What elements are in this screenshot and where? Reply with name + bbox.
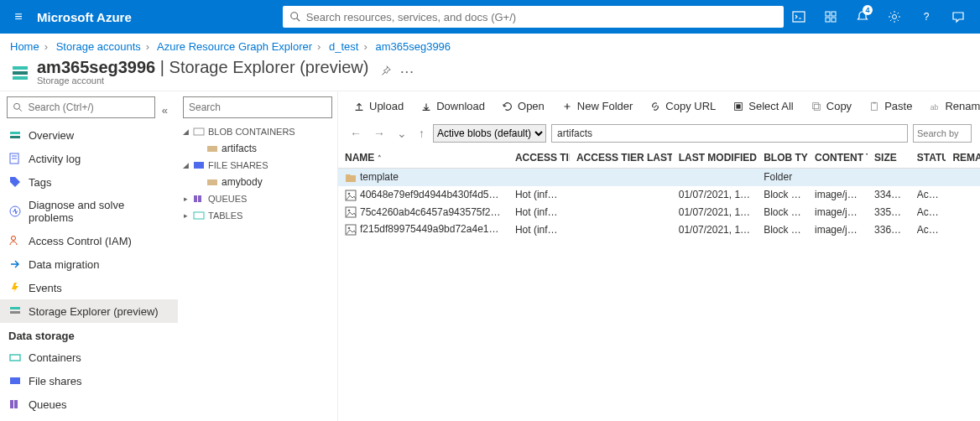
tree-queues[interactable]: ▸QUEUES <box>178 190 337 207</box>
global-search[interactable] <box>283 6 784 28</box>
overview-icon <box>8 128 22 142</box>
breadcrumb-item[interactable]: Storage accounts <box>56 40 141 53</box>
cell-blob-type: Folder <box>757 169 808 186</box>
blob-view-select[interactable]: Active blobs (default) <box>433 124 546 143</box>
rename-button[interactable]: abRename <box>922 96 980 116</box>
path-input[interactable]: artifacts <box>551 124 908 143</box>
col-access-tier[interactable]: ACCESS TIER <box>508 148 570 169</box>
col-name[interactable]: NAME˄ <box>338 148 508 169</box>
directories-icon[interactable] <box>816 0 846 34</box>
col-remaining[interactable]: REMAI <box>946 148 980 169</box>
breadcrumb-item[interactable]: Home <box>10 40 39 53</box>
nav-forward-icon[interactable]: → <box>370 125 388 142</box>
upload-button[interactable]: Upload <box>347 96 410 116</box>
notification-badge: 4 <box>863 5 873 15</box>
copy-url-button[interactable]: Copy URL <box>643 96 722 116</box>
download-button[interactable]: Download <box>414 96 492 116</box>
col-access-tier-mod[interactable]: ACCESS TIER LAST MODIFIED <box>570 148 672 169</box>
svg-rect-11 <box>13 76 28 80</box>
tree-file-shares[interactable]: ◢FILE SHARES <box>178 157 337 174</box>
svg-point-0 <box>291 13 298 19</box>
notifications-icon[interactable]: 4 <box>847 0 878 34</box>
nav-back-icon[interactable]: ← <box>347 125 365 142</box>
nav-storage-explorer[interactable]: Storage Explorer (preview) <box>0 299 178 323</box>
queues-icon <box>8 398 22 411</box>
col-last-modified[interactable]: LAST MODIFIED <box>672 148 757 169</box>
cell-name: f215df89975449a9bd72a4e112372036.jpg <box>338 221 508 238</box>
resource-menu-search-input[interactable] <box>28 101 149 113</box>
tree-tables[interactable]: ▸TABLES <box>178 207 337 224</box>
cell-status <box>910 169 946 186</box>
data-migration-icon <box>8 257 22 271</box>
pin-icon[interactable] <box>380 65 392 79</box>
cell-access-tier-mod <box>570 186 672 204</box>
tree-item-artifacts[interactable]: artifacts <box>178 140 337 157</box>
nav-overview[interactable]: Overview <box>0 123 178 147</box>
tree-search-input[interactable] <box>189 101 326 113</box>
breadcrumb-item[interactable]: Azure Resource Graph Explorer <box>157 40 312 53</box>
table-row[interactable]: 75c4260ab4c6457a943575f222ca20b2.jpgHot … <box>338 204 980 221</box>
nav-down-icon[interactable]: ⌄ <box>394 125 410 142</box>
cell-content-type: image/jpeg <box>808 221 868 238</box>
feedback-icon[interactable] <box>943 0 973 34</box>
filter-input[interactable] <box>913 124 972 143</box>
caret-right-icon: ▸ <box>181 195 190 203</box>
new-folder-button[interactable]: New Folder <box>555 96 639 116</box>
cell-access-tier: Hot (inferred) <box>508 186 570 204</box>
nav-file-shares[interactable]: File shares <box>0 369 178 392</box>
svg-rect-5 <box>826 18 830 22</box>
cloud-shell-icon[interactable] <box>784 0 814 34</box>
svg-rect-32 <box>194 162 204 169</box>
svg-rect-42 <box>873 101 876 103</box>
breadcrumb-item[interactable]: am365seg3996 <box>375 40 451 53</box>
tables-icon <box>193 210 205 221</box>
tree-search[interactable] <box>183 96 332 118</box>
resource-menu-search[interactable] <box>7 96 155 118</box>
paste-button[interactable]: Paste <box>862 96 919 116</box>
table-row[interactable]: f215df89975449a9bd72a4e112372036.jpgHot … <box>338 221 980 238</box>
nav-access-control[interactable]: Access Control (IAM) <box>0 229 178 252</box>
nav-tables[interactable]: Tables <box>0 416 178 421</box>
nav-tags[interactable]: Tags <box>0 170 178 194</box>
cell-last-modified: 01/07/2021, 12:57:48 <box>672 186 757 204</box>
tree-blob-containers[interactable]: ◢BLOB CONTAINERS <box>178 123 337 140</box>
sort-asc-icon: ˄ <box>378 154 382 163</box>
nav-activity-log[interactable]: Activity log <box>0 147 178 170</box>
svg-rect-9 <box>13 66 28 70</box>
cell-blob-type: Block Blob <box>757 186 808 204</box>
help-icon[interactable]: ? <box>911 0 941 34</box>
page-title: am365seg3996 | Storage Explorer (preview… <box>37 58 368 77</box>
select-all-button[interactable]: Select All <box>726 96 800 116</box>
nav-diagnose[interactable]: Diagnose and solve problems <box>0 194 178 229</box>
tree-item-amybody[interactable]: amybody <box>178 174 337 190</box>
topbar: ≡ Microsoft Azure 4 ? <box>0 0 980 34</box>
nav-data-migration[interactable]: Data migration <box>0 252 178 276</box>
page-title-row: am365seg3996 | Storage Explorer (preview… <box>0 58 980 91</box>
cell-content-type <box>808 169 868 186</box>
settings-icon[interactable] <box>879 0 910 34</box>
global-search-input[interactable] <box>306 11 777 23</box>
breadcrumb-item[interactable]: d_test <box>329 40 358 53</box>
col-blob-type[interactable]: BLOB TYPE <box>757 148 808 169</box>
caret-right-icon: ▸ <box>181 211 190 220</box>
more-actions[interactable]: ··· <box>400 65 414 78</box>
nav-events[interactable]: Events <box>0 276 178 299</box>
nav-up-icon[interactable]: ↑ <box>415 125 428 142</box>
access-control-icon <box>8 234 22 247</box>
col-status[interactable]: STATUS <box>910 148 946 169</box>
nav-containers[interactable]: Containers <box>0 346 178 369</box>
brand[interactable]: Microsoft Azure <box>37 10 132 24</box>
copy-button[interactable]: Copy <box>804 96 858 116</box>
table-row[interactable]: 40648e79ef9d4944b430f4d5c06547ab.jpgHot … <box>338 186 980 204</box>
cell-name: 75c4260ab4c6457a943575f222ca20b2.jpg <box>338 204 508 221</box>
collapse-menu-icon[interactable]: « <box>162 104 168 117</box>
svg-rect-23 <box>10 355 20 361</box>
hamburger-menu[interactable]: ≡ <box>7 9 30 24</box>
col-size[interactable]: SIZE <box>868 148 910 169</box>
col-content-type[interactable]: CONTENT TYPE <box>808 148 868 169</box>
table-row[interactable]: templateFolder <box>338 169 980 186</box>
open-button[interactable]: Open <box>495 96 551 116</box>
nav-queues[interactable]: Queues <box>0 392 178 416</box>
svg-rect-36 <box>194 212 204 219</box>
container-icon <box>206 143 218 154</box>
